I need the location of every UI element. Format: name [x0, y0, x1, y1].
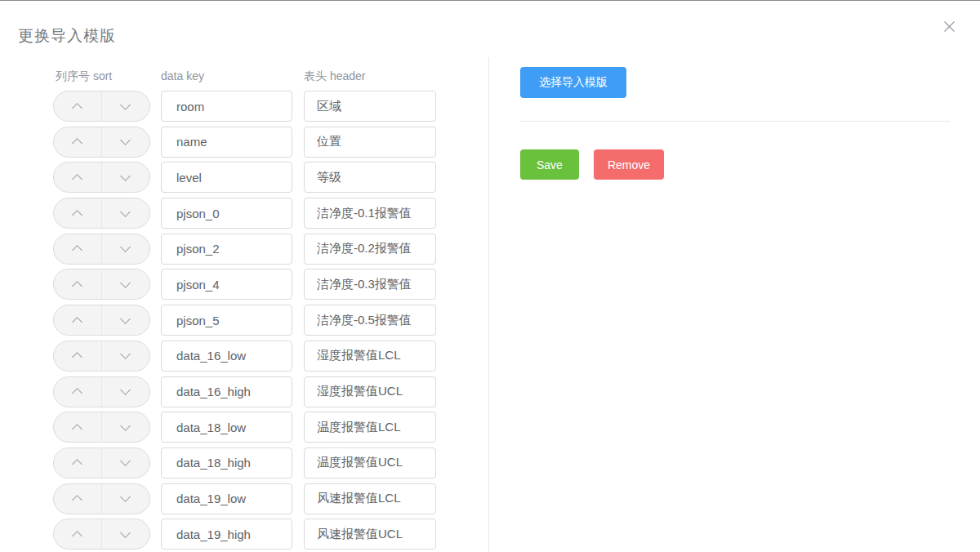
- close-button[interactable]: [941, 18, 957, 34]
- data-key-input[interactable]: [161, 412, 292, 443]
- sort-down-button[interactable]: [102, 412, 150, 442]
- sort-up-button[interactable]: [54, 341, 102, 371]
- chevron-down-icon: [120, 100, 131, 110]
- chevron-down-icon: [120, 242, 131, 252]
- mapping-row: [53, 341, 436, 372]
- sort-down-button[interactable]: [102, 377, 150, 407]
- sort-up-button[interactable]: [54, 162, 102, 192]
- chevron-up-icon: [72, 388, 82, 398]
- header-input[interactable]: [304, 234, 436, 265]
- header-input[interactable]: [304, 162, 436, 193]
- chevron-down-icon: [120, 385, 131, 395]
- mapping-row: [53, 162, 436, 193]
- sort-down-button[interactable]: [102, 341, 150, 371]
- chevron-down-icon: [120, 207, 131, 217]
- sort-up-button[interactable]: [54, 198, 102, 228]
- chevron-up-icon: [72, 424, 82, 434]
- header-input[interactable]: [304, 305, 436, 336]
- data-key-input[interactable]: [161, 519, 292, 550]
- sort-stepper: [53, 447, 150, 479]
- mapping-rows: [53, 91, 436, 550]
- mapping-row: [53, 412, 436, 443]
- chevron-down-icon: [120, 528, 131, 538]
- sort-up-button[interactable]: [54, 448, 102, 478]
- chevron-up-icon: [72, 531, 82, 541]
- save-button[interactable]: Save: [520, 149, 579, 180]
- chevron-down-icon: [120, 492, 131, 502]
- header-input[interactable]: [304, 341, 436, 372]
- data-key-input[interactable]: [161, 91, 292, 122]
- header-input[interactable]: [304, 412, 436, 443]
- chevron-down-icon: [120, 349, 131, 359]
- mapping-row: [53, 234, 436, 265]
- data-key-input[interactable]: [161, 162, 292, 193]
- sort-up-button[interactable]: [54, 234, 102, 264]
- remove-button[interactable]: Remove: [594, 149, 664, 180]
- sort-up-button[interactable]: [54, 412, 102, 442]
- sort-down-button[interactable]: [102, 91, 150, 121]
- chevron-up-icon: [72, 352, 82, 363]
- data-key-input[interactable]: [161, 234, 292, 265]
- chevron-up-icon: [72, 103, 82, 114]
- chevron-down-icon: [120, 278, 131, 288]
- header-input[interactable]: [304, 127, 436, 158]
- chevron-down-icon: [120, 456, 131, 467]
- header-input[interactable]: [304, 483, 436, 514]
- sort-up-button[interactable]: [54, 519, 102, 549]
- sort-up-button[interactable]: [54, 377, 102, 407]
- data-key-input[interactable]: [161, 198, 292, 229]
- data-key-input[interactable]: [161, 376, 292, 407]
- column-labels: 列序号 sort data key 表头 header: [53, 69, 436, 84]
- sort-stepper: [53, 483, 150, 514]
- sort-down-button[interactable]: [102, 448, 150, 478]
- sort-down-button[interactable]: [102, 198, 150, 228]
- header-input[interactable]: [304, 91, 436, 122]
- chevron-up-icon: [72, 495, 82, 505]
- mapping-row: [53, 483, 436, 514]
- data-key-input[interactable]: [161, 447, 292, 479]
- header-input[interactable]: [304, 269, 436, 300]
- chevron-up-icon: [72, 138, 82, 149]
- sort-up-button[interactable]: [54, 127, 102, 157]
- mapping-row: [53, 447, 436, 479]
- header-input[interactable]: [304, 198, 436, 229]
- chevron-up-icon: [72, 210, 82, 220]
- data-key-input[interactable]: [161, 341, 292, 372]
- sort-down-button[interactable]: [102, 484, 150, 514]
- dialog-title: 更换导入模版: [18, 25, 116, 47]
- header-input[interactable]: [304, 376, 436, 407]
- column-label-header: 表头 header: [304, 69, 436, 84]
- sort-down-button[interactable]: [102, 519, 150, 549]
- template-actions-panel: 选择导入模版 Save Remove: [520, 67, 950, 180]
- data-key-input[interactable]: [161, 483, 292, 514]
- sort-stepper: [53, 376, 150, 407]
- mapping-row: [53, 519, 436, 550]
- chevron-up-icon: [72, 460, 82, 470]
- chevron-down-icon: [120, 135, 131, 145]
- header-input[interactable]: [304, 447, 436, 479]
- chevron-down-icon: [120, 171, 131, 181]
- data-key-input[interactable]: [161, 127, 292, 158]
- sort-down-button[interactable]: [102, 269, 150, 299]
- sort-stepper: [53, 412, 150, 443]
- header-input[interactable]: [304, 519, 436, 550]
- sort-down-button[interactable]: [102, 234, 150, 264]
- choose-template-button[interactable]: 选择导入模版: [520, 67, 626, 98]
- mapping-row: [53, 198, 436, 229]
- sort-up-button[interactable]: [54, 484, 102, 514]
- save-remove-row: Save Remove: [520, 149, 950, 180]
- sort-up-button[interactable]: [54, 305, 102, 335]
- vertical-divider: [488, 57, 489, 552]
- window-top-border: [0, 0, 980, 1]
- sort-stepper: [53, 519, 150, 550]
- sort-up-button[interactable]: [54, 91, 102, 121]
- sort-down-button[interactable]: [102, 162, 150, 192]
- chevron-up-icon: [72, 174, 82, 185]
- data-key-input[interactable]: [161, 305, 292, 336]
- data-key-input[interactable]: [161, 269, 292, 300]
- sort-stepper: [53, 127, 150, 158]
- sort-stepper: [53, 198, 150, 229]
- sort-down-button[interactable]: [102, 127, 150, 157]
- sort-down-button[interactable]: [102, 305, 150, 335]
- sort-up-button[interactable]: [54, 269, 102, 299]
